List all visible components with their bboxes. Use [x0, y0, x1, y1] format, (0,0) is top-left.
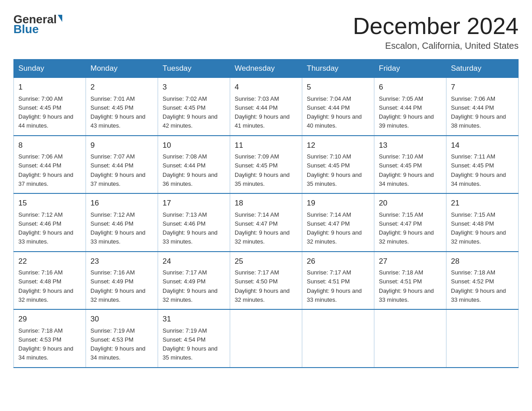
day-number: 22: [18, 256, 81, 267]
day-number: 13: [379, 140, 442, 151]
calendar-table: SundayMondayTuesdayWednesdayThursdayFrid…: [13, 59, 519, 368]
location-subtitle: Escalon, California, United States: [353, 41, 519, 51]
weekday-header-sunday: Sunday: [14, 60, 86, 78]
day-info: Sunrise: 7:13 AMSunset: 4:46 PMDaylight:…: [163, 211, 218, 245]
day-number: 25: [235, 256, 297, 267]
day-info: Sunrise: 7:12 AMSunset: 4:46 PMDaylight:…: [90, 211, 146, 245]
day-number: 21: [451, 197, 514, 209]
weekday-header-saturday: Saturday: [446, 60, 519, 78]
calendar-day-cell: [446, 309, 519, 368]
logo-area: General Blue: [13, 13, 63, 36]
calendar-day-cell: [230, 309, 302, 368]
day-info: Sunrise: 7:10 AMSunset: 4:45 PMDaylight:…: [307, 153, 362, 187]
weekday-header-row: SundayMondayTuesdayWednesdayThursdayFrid…: [14, 60, 519, 78]
calendar-day-cell: 30 Sunrise: 7:19 AMSunset: 4:53 PMDaylig…: [86, 309, 158, 368]
day-number: 30: [90, 313, 153, 325]
weekday-header-thursday: Thursday: [302, 60, 374, 78]
day-number: 17: [163, 197, 225, 209]
calendar-day-cell: 11 Sunrise: 7:09 AMSunset: 4:45 PMDaylig…: [230, 136, 302, 194]
day-number: 11: [235, 140, 297, 151]
day-info: Sunrise: 7:08 AMSunset: 4:44 PMDaylight:…: [163, 153, 218, 187]
calendar-day-cell: 3 Sunrise: 7:02 AMSunset: 4:45 PMDayligh…: [158, 78, 230, 136]
day-number: 23: [90, 256, 153, 267]
day-number: 3: [163, 81, 225, 93]
day-number: 19: [307, 197, 369, 209]
day-info: Sunrise: 7:14 AMSunset: 4:47 PMDaylight:…: [235, 211, 290, 245]
month-title: December 2024: [353, 13, 519, 39]
calendar-day-cell: 31 Sunrise: 7:19 AMSunset: 4:54 PMDaylig…: [158, 309, 230, 368]
calendar-day-cell: [302, 309, 374, 368]
day-info: Sunrise: 7:07 AMSunset: 4:44 PMDaylight:…: [90, 153, 146, 187]
calendar-day-cell: 17 Sunrise: 7:13 AMSunset: 4:46 PMDaylig…: [158, 193, 230, 252]
day-number: 10: [163, 140, 225, 151]
calendar-week-row: 8 Sunrise: 7:06 AMSunset: 4:44 PMDayligh…: [14, 136, 519, 194]
calendar-day-cell: 29 Sunrise: 7:18 AMSunset: 4:53 PMDaylig…: [14, 309, 86, 368]
calendar-day-cell: 14 Sunrise: 7:11 AMSunset: 4:45 PMDaylig…: [446, 136, 519, 194]
day-info: Sunrise: 7:04 AMSunset: 4:44 PMDaylight:…: [307, 95, 362, 129]
calendar-day-cell: 23 Sunrise: 7:16 AMSunset: 4:49 PMDaylig…: [86, 252, 158, 310]
weekday-header-monday: Monday: [86, 60, 158, 78]
calendar-week-row: 22 Sunrise: 7:16 AMSunset: 4:48 PMDaylig…: [14, 252, 519, 310]
calendar-day-cell: 21 Sunrise: 7:15 AMSunset: 4:48 PMDaylig…: [446, 193, 519, 252]
day-info: Sunrise: 7:19 AMSunset: 4:54 PMDaylight:…: [163, 327, 218, 361]
day-info: Sunrise: 7:18 AMSunset: 4:52 PMDaylight:…: [451, 269, 506, 303]
day-number: 1: [18, 81, 81, 93]
weekday-header-tuesday: Tuesday: [158, 60, 230, 78]
calendar-day-cell: 1 Sunrise: 7:00 AMSunset: 4:45 PMDayligh…: [14, 78, 86, 136]
day-info: Sunrise: 7:06 AMSunset: 4:44 PMDaylight:…: [451, 95, 506, 129]
day-info: Sunrise: 7:10 AMSunset: 4:45 PMDaylight:…: [379, 153, 434, 187]
day-info: Sunrise: 7:06 AMSunset: 4:44 PMDaylight:…: [18, 153, 73, 187]
day-number: 29: [18, 313, 81, 325]
calendar-day-cell: 8 Sunrise: 7:06 AMSunset: 4:44 PMDayligh…: [14, 136, 86, 194]
day-info: Sunrise: 7:15 AMSunset: 4:47 PMDaylight:…: [379, 211, 434, 245]
day-info: Sunrise: 7:05 AMSunset: 4:44 PMDaylight:…: [379, 95, 434, 129]
day-number: 15: [18, 197, 81, 209]
day-number: 18: [235, 197, 297, 209]
title-area: December 2024 Escalon, California, Unite…: [353, 13, 519, 51]
day-info: Sunrise: 7:12 AMSunset: 4:46 PMDaylight:…: [18, 211, 73, 245]
calendar-day-cell: 12 Sunrise: 7:10 AMSunset: 4:45 PMDaylig…: [302, 136, 374, 194]
logo: General Blue: [13, 13, 63, 35]
day-info: Sunrise: 7:17 AMSunset: 4:50 PMDaylight:…: [235, 269, 290, 303]
calendar-day-cell: 2 Sunrise: 7:01 AMSunset: 4:45 PMDayligh…: [86, 78, 158, 136]
day-number: 31: [163, 313, 225, 325]
day-info: Sunrise: 7:09 AMSunset: 4:45 PMDaylight:…: [235, 153, 290, 187]
calendar-day-cell: 15 Sunrise: 7:12 AMSunset: 4:46 PMDaylig…: [14, 193, 86, 252]
calendar-day-cell: 9 Sunrise: 7:07 AMSunset: 4:44 PMDayligh…: [86, 136, 158, 194]
calendar-day-cell: 6 Sunrise: 7:05 AMSunset: 4:44 PMDayligh…: [374, 78, 446, 136]
calendar-day-cell: 25 Sunrise: 7:17 AMSunset: 4:50 PMDaylig…: [230, 252, 302, 310]
day-number: 20: [379, 197, 442, 209]
day-info: Sunrise: 7:16 AMSunset: 4:49 PMDaylight:…: [90, 269, 146, 303]
day-number: 7: [451, 81, 514, 93]
calendar-day-cell: 24 Sunrise: 7:17 AMSunset: 4:49 PMDaylig…: [158, 252, 230, 310]
day-number: 14: [451, 140, 514, 151]
calendar-header: SundayMondayTuesdayWednesdayThursdayFrid…: [14, 60, 519, 78]
calendar-day-cell: 26 Sunrise: 7:17 AMSunset: 4:51 PMDaylig…: [302, 252, 374, 310]
day-info: Sunrise: 7:17 AMSunset: 4:49 PMDaylight:…: [163, 269, 218, 303]
calendar-week-row: 15 Sunrise: 7:12 AMSunset: 4:46 PMDaylig…: [14, 193, 519, 252]
calendar-day-cell: 7 Sunrise: 7:06 AMSunset: 4:44 PMDayligh…: [446, 78, 519, 136]
day-info: Sunrise: 7:03 AMSunset: 4:44 PMDaylight:…: [235, 95, 290, 129]
day-number: 16: [90, 197, 153, 209]
calendar-day-cell: 22 Sunrise: 7:16 AMSunset: 4:48 PMDaylig…: [14, 252, 86, 310]
day-info: Sunrise: 7:19 AMSunset: 4:53 PMDaylight:…: [90, 327, 146, 361]
day-info: Sunrise: 7:16 AMSunset: 4:48 PMDaylight:…: [18, 269, 73, 303]
day-number: 28: [451, 256, 514, 267]
day-info: Sunrise: 7:18 AMSunset: 4:51 PMDaylight:…: [379, 269, 434, 303]
day-info: Sunrise: 7:15 AMSunset: 4:48 PMDaylight:…: [451, 211, 506, 245]
calendar-week-row: 1 Sunrise: 7:00 AMSunset: 4:45 PMDayligh…: [14, 78, 519, 136]
calendar-body: 1 Sunrise: 7:00 AMSunset: 4:45 PMDayligh…: [14, 78, 519, 368]
day-number: 26: [307, 256, 369, 267]
calendar-day-cell: 13 Sunrise: 7:10 AMSunset: 4:45 PMDaylig…: [374, 136, 446, 194]
day-info: Sunrise: 7:14 AMSunset: 4:47 PMDaylight:…: [307, 211, 362, 245]
day-number: 12: [307, 140, 369, 151]
calendar-day-cell: 5 Sunrise: 7:04 AMSunset: 4:44 PMDayligh…: [302, 78, 374, 136]
calendar-day-cell: 19 Sunrise: 7:14 AMSunset: 4:47 PMDaylig…: [302, 193, 374, 252]
day-info: Sunrise: 7:18 AMSunset: 4:53 PMDaylight:…: [18, 327, 73, 361]
weekday-header-friday: Friday: [374, 60, 446, 78]
day-number: 4: [235, 81, 297, 93]
day-number: 27: [379, 256, 442, 267]
calendar-day-cell: 10 Sunrise: 7:08 AMSunset: 4:44 PMDaylig…: [158, 136, 230, 194]
page-header: General Blue December 2024 Escalon, Cali…: [13, 13, 519, 51]
calendar-day-cell: [374, 309, 446, 368]
